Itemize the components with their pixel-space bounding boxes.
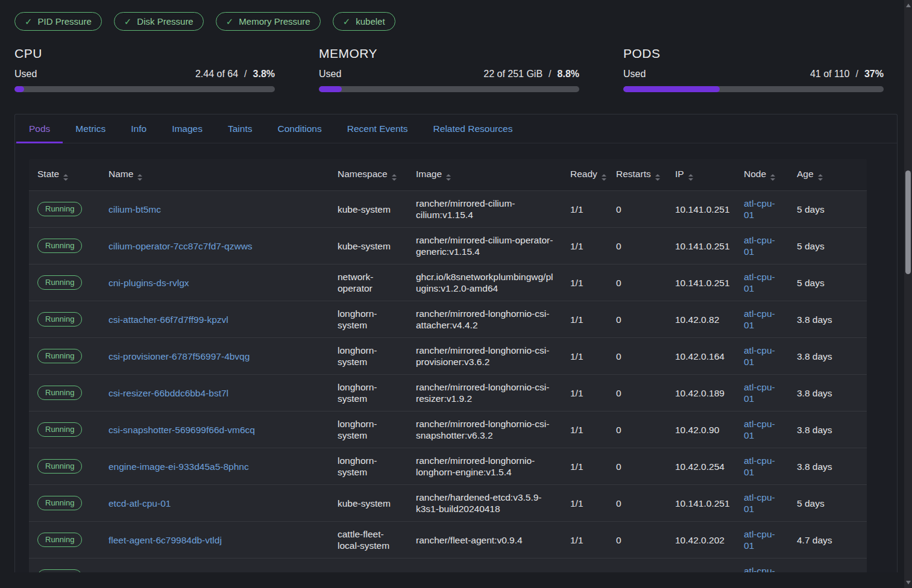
sort-icon[interactable]	[137, 174, 142, 181]
node-link[interactable]: atl-cpu-01	[744, 419, 775, 440]
tab-box: Pods Metrics Info Images Taints Conditio…	[14, 114, 898, 572]
age-cell: 5 days	[788, 264, 867, 301]
gauge-title: PODS	[623, 46, 884, 61]
tab-info[interactable]: Info	[118, 114, 159, 143]
ready-cell: 1/1	[562, 448, 608, 485]
sort-icon[interactable]	[770, 174, 775, 181]
column-header-image[interactable]: Image	[407, 159, 562, 191]
name-cell: csi-resizer-66bddc6bb4-bst7l	[100, 375, 329, 411]
sort-icon[interactable]	[602, 174, 606, 181]
column-header-name[interactable]: Name	[100, 159, 329, 191]
pod-name-link[interactable]: csi-resizer-66bddc6bb4-bst7l	[108, 388, 228, 398]
table-row: Running fleet-agent-6c79984db-vtldj catt…	[29, 522, 867, 558]
pod-name-link[interactable]: etcd-atl-cpu-01	[108, 498, 171, 508]
node-link[interactable]: atl-cpu-01	[744, 382, 775, 404]
image-cell: rancher/mirrored-longhornio-csi-provisio…	[407, 338, 562, 375]
ready-cell	[562, 558, 608, 573]
node-link[interactable]: atl-cpu-01	[744, 566, 775, 572]
column-header-state[interactable]: State	[29, 159, 100, 191]
column-header-node[interactable]: Node	[735, 159, 788, 191]
tab-conditions[interactable]: Conditions	[265, 114, 335, 143]
gauge-line: Used 41 of 110 / 37%	[623, 69, 884, 80]
scrollbar[interactable]	[904, 0, 912, 588]
pod-name-link[interactable]: csi-snapshotter-569699f66d-vm6cq	[108, 425, 255, 435]
gauge-separator: /	[856, 69, 858, 80]
image-cell: nvcr.io/nvidia/gpu-operator:v2	[407, 558, 562, 573]
node-link[interactable]: atl-cpu-01	[744, 198, 775, 220]
sort-icon[interactable]	[63, 174, 68, 181]
pod-name-link[interactable]: csi-provisioner-6787f56997-4bvqg	[108, 351, 250, 361]
node-link[interactable]: atl-cpu-01	[744, 345, 775, 367]
table-row: Running cni-plugins-ds-rvlgx network-ope…	[29, 264, 867, 301]
node-cell: atl-cpu-01	[735, 558, 788, 573]
pod-name-link[interactable]: cilium-bt5mc	[108, 204, 161, 214]
gauges: CPU Used 2.44 of 64 / 3.8% MEMORY Used 2…	[14, 46, 898, 92]
namespace-cell: longhorn-system	[329, 411, 407, 448]
ready-cell: 1/1	[562, 485, 608, 522]
state-cell: Running	[29, 558, 100, 573]
table-row: Running csi-snapshotter-569699f66d-vm6cq…	[29, 411, 867, 448]
pressure-badges: ✓ PID Pressure ✓ Disk Pressure ✓ Memory …	[14, 0, 898, 31]
state-badge: Running	[37, 239, 82, 253]
tab-taints[interactable]: Taints	[215, 114, 265, 143]
gauge-bar	[623, 86, 884, 92]
gauge-amount: 41 of 110	[810, 69, 850, 80]
sort-icon[interactable]	[446, 174, 451, 181]
image-cell: rancher/mirrored-longhornio-csi-attacher…	[407, 301, 562, 338]
pod-name-link[interactable]: engine-image-ei-933d45a5-8phnc	[108, 461, 249, 472]
node-link[interactable]: atl-cpu-01	[744, 235, 775, 257]
pod-name-link[interactable]: cni-plugins-ds-rvlgx	[108, 278, 189, 288]
sort-icon[interactable]	[392, 174, 397, 181]
pods-table: State Name Namespace Image Ready Restart…	[29, 159, 867, 572]
age-cell: 5 days	[788, 485, 867, 522]
sort-icon[interactable]	[655, 174, 660, 181]
sort-icon[interactable]	[818, 174, 823, 181]
node-link[interactable]: atl-cpu-01	[744, 272, 775, 293]
node-link[interactable]: atl-cpu-01	[744, 455, 775, 477]
gauge-used-label: Used	[319, 69, 341, 80]
node-link[interactable]: atl-cpu-01	[744, 529, 775, 551]
pod-name-link[interactable]: fleet-agent-6c79984db-vtldj	[108, 535, 222, 545]
gauge-amount: 22 of 251 GiB	[483, 69, 542, 80]
age-cell: 3.8 days	[788, 375, 867, 411]
column-header-age[interactable]: Age	[788, 159, 867, 191]
gauge-pods: PODS Used 41 of 110 / 37%	[623, 46, 884, 92]
tab-images[interactable]: Images	[159, 114, 215, 143]
sort-icon[interactable]	[688, 174, 693, 181]
age-cell: 5 days	[788, 228, 867, 264]
column-header-ip[interactable]: IP	[667, 159, 735, 191]
state-cell: Running	[29, 375, 100, 411]
tab-metrics[interactable]: Metrics	[63, 114, 118, 143]
scroll-up-icon[interactable]	[904, 1, 912, 10]
state-cell: Running	[29, 411, 100, 448]
state-cell: Running	[29, 301, 100, 338]
tab-related-resources[interactable]: Related Resources	[421, 114, 526, 143]
state-badge: Running	[37, 275, 82, 290]
name-cell: cilium-bt5mc	[100, 191, 329, 228]
ip-cell: 10.42.0.82	[667, 301, 735, 338]
scrollbar-thumb[interactable]	[905, 170, 911, 274]
restarts-cell: 0	[608, 191, 667, 228]
tab-recent-events[interactable]: Recent Events	[335, 114, 421, 143]
pod-name-link[interactable]: csi-attacher-66f7d7ff99-kpzvl	[108, 314, 228, 325]
tab-label: Pods	[29, 124, 50, 134]
gauge-bar	[319, 86, 579, 92]
state-badge: Running	[37, 569, 82, 572]
column-header-restarts[interactable]: Restarts	[608, 159, 667, 191]
pod-name-link[interactable]: cilium-operator-7cc87c7fd7-qzwws	[108, 241, 253, 251]
column-header-ready[interactable]: Ready	[562, 159, 608, 191]
column-header-namespace[interactable]: Namespace	[329, 159, 407, 191]
namespace-cell: longhorn-system	[329, 338, 407, 375]
state-badge: Running	[37, 312, 82, 327]
name-cell: csi-attacher-66f7d7ff99-kpzvl	[100, 301, 329, 338]
scroll-down-icon[interactable]	[904, 578, 912, 587]
state-badge: Running	[37, 496, 82, 510]
pods-table-wrap: State Name Namespace Image Ready Restart…	[29, 159, 867, 572]
state-badge: Running	[37, 459, 82, 474]
node-link[interactable]: atl-cpu-01	[744, 308, 775, 330]
ip-cell: 10.141.0.251	[667, 264, 735, 301]
node-link[interactable]: atl-cpu-01	[744, 492, 775, 514]
tab-pods[interactable]: Pods	[16, 114, 63, 143]
node-cell: atl-cpu-01	[735, 338, 788, 375]
column-header-label: Node	[744, 169, 766, 179]
